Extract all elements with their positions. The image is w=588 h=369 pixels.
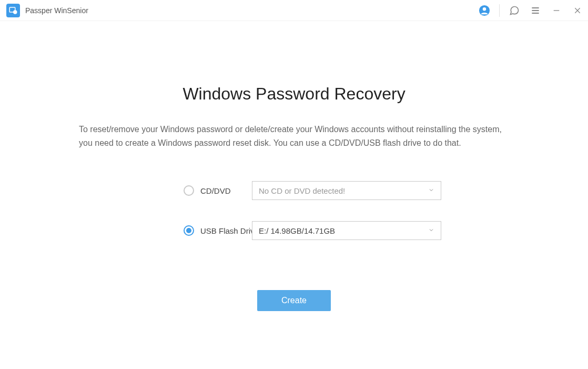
titlebar: Passper WinSenior	[0, 0, 588, 21]
titlebar-right	[478, 4, 584, 17]
chevron-down-icon	[428, 226, 434, 235]
divider	[499, 4, 500, 17]
radio-label-cd-dvd: CD/DVD	[200, 186, 231, 195]
option-usb: USB Flash Drive E:/ 14.98GB/14.71GB	[131, 221, 457, 240]
app-title: Passper WinSenior	[25, 6, 88, 15]
svg-point-1	[14, 11, 17, 14]
radio-label-usb: USB Flash Drive	[200, 226, 259, 235]
minimize-icon[interactable]	[550, 4, 563, 17]
close-icon[interactable]	[571, 4, 584, 17]
dropdown-cd-dvd[interactable]: No CD or DVD detected!	[252, 181, 441, 200]
page-title: Windows Password Recovery	[79, 84, 509, 104]
titlebar-left: Passper WinSenior	[6, 4, 88, 17]
content: Windows Password Recovery To reset/remov…	[0, 21, 588, 311]
svg-point-3	[483, 7, 486, 11]
options: CD/DVD No CD or DVD detected! USB Flash …	[131, 181, 457, 240]
dropdown-text-usb: E:/ 14.98GB/14.71GB	[259, 226, 335, 235]
feedback-icon[interactable]	[508, 4, 521, 17]
app-icon	[6, 4, 20, 17]
description: To reset/remove your Windows password or…	[79, 123, 509, 149]
menu-icon[interactable]	[529, 4, 542, 17]
radio-usb[interactable]: USB Flash Drive	[131, 225, 236, 236]
radio-cd-dvd[interactable]: CD/DVD	[131, 185, 236, 196]
dropdown-usb[interactable]: E:/ 14.98GB/14.71GB	[252, 221, 441, 240]
chevron-down-icon	[428, 186, 434, 195]
user-icon[interactable]	[478, 4, 491, 17]
radio-circle-cd-dvd	[184, 185, 194, 196]
dropdown-text-cd-dvd: No CD or DVD detected!	[259, 186, 345, 195]
option-cd-dvd: CD/DVD No CD or DVD detected!	[131, 181, 457, 200]
radio-dot	[186, 228, 191, 233]
radio-circle-usb	[184, 225, 194, 236]
create-button[interactable]: Create	[257, 290, 331, 311]
